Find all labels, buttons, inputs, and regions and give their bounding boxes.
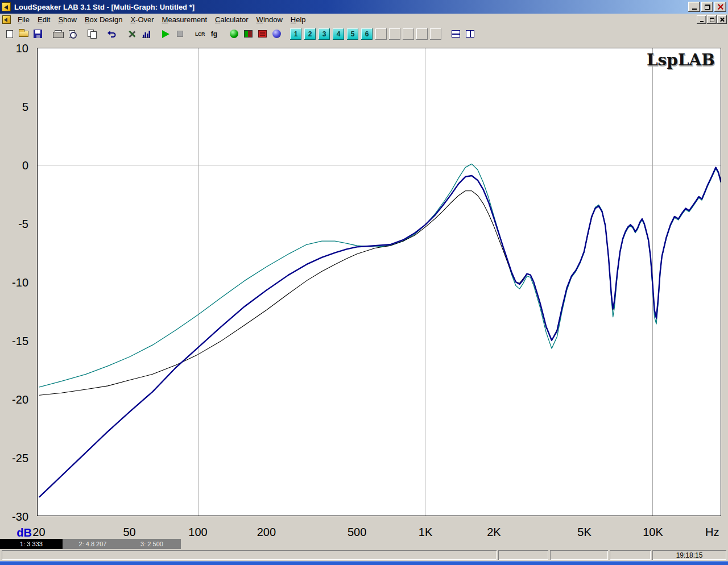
graph-button-1[interactable]: 1 — [290, 28, 301, 40]
menu-x-over[interactable]: X-Over — [126, 14, 158, 25]
chart-panel: LspLAB dB Hz 20501002005001K2K5K10K1050-… — [0, 42, 728, 539]
title-bar: LoudSpeaker LAB 3.1 Std - [Multi-Graph: … — [0, 0, 728, 14]
menu-bar: File Edit Show Box Design X-Over Measure… — [0, 14, 728, 26]
fg-button[interactable]: fg — [208, 27, 221, 40]
y-tick-label: 10 — [0, 42, 32, 55]
menu-window[interactable]: Window — [253, 14, 287, 25]
print-preview-icon — [69, 30, 75, 38]
x-tick-label: 500 — [348, 526, 366, 538]
analysis-button[interactable] — [139, 27, 152, 40]
menu-edit[interactable]: Edit — [34, 14, 54, 25]
mdi-minimize-button[interactable] — [697, 15, 706, 24]
disabled-button — [416, 28, 428, 40]
toolbar: LCR fg 1 2 3 4 5 6 — [0, 26, 728, 42]
minimize-icon — [700, 21, 704, 22]
green-sphere-button[interactable] — [228, 27, 241, 40]
y-tick-label: 0 — [0, 159, 32, 172]
x-tick-label: 1K — [419, 526, 432, 538]
minimize-button[interactable] — [688, 2, 700, 12]
y-tick-label: -5 — [0, 218, 32, 230]
graph-button-2[interactable]: 2 — [304, 28, 316, 40]
menu-box-design[interactable]: Box Design — [81, 14, 126, 25]
lcr-icon: LCR — [195, 31, 205, 37]
picture-button[interactable] — [242, 27, 255, 40]
restore-icon — [710, 18, 714, 22]
curve-readout-bar: 1: 3 333 2: 4.8 207 3: 2 500 — [0, 539, 728, 549]
save-button[interactable] — [31, 27, 44, 40]
menu-show[interactable]: Show — [54, 14, 81, 25]
play-button[interactable] — [159, 27, 172, 40]
close-icon — [717, 3, 724, 10]
tile-horizontal-button[interactable] — [449, 28, 462, 40]
tile-vertical-button[interactable] — [464, 28, 477, 40]
curve-readout-1[interactable]: 1: 3 333 — [0, 539, 63, 549]
y-tick-label: -25 — [0, 452, 32, 464]
print-button[interactable] — [51, 27, 64, 40]
restore-icon — [705, 5, 710, 10]
x-tick-label: 50 — [123, 526, 135, 538]
fg-icon: fg — [211, 30, 217, 38]
status-panel — [610, 550, 651, 560]
menu-measurement[interactable]: Measurement — [158, 14, 212, 25]
stop-button[interactable] — [173, 27, 187, 40]
frequency-response-chart — [38, 48, 721, 516]
lcr-button[interactable]: LCR — [193, 27, 206, 40]
document-icon[interactable] — [2, 15, 11, 24]
close-icon — [719, 17, 725, 22]
graph-button-3[interactable]: 3 — [318, 28, 330, 40]
green-sphere-icon — [230, 30, 238, 38]
status-panel — [2, 550, 497, 560]
red-tool-icon — [258, 30, 267, 38]
x-tick-label: 200 — [257, 526, 276, 538]
curve-3 — [39, 168, 721, 396]
mdi-close-button[interactable] — [717, 15, 727, 24]
mdi-restore-button[interactable] — [707, 15, 717, 24]
x-tick-label: 20 — [32, 526, 45, 538]
disabled-button — [430, 28, 441, 40]
close-button[interactable] — [714, 2, 726, 12]
open-folder-icon — [19, 31, 28, 37]
disabled-button — [403, 28, 414, 40]
new-document-icon — [6, 30, 13, 38]
undo-button[interactable] — [105, 27, 118, 40]
menu-file[interactable]: File — [14, 14, 34, 25]
minimize-icon — [692, 9, 697, 10]
menu-help[interactable]: Help — [287, 14, 310, 25]
open-button[interactable] — [17, 27, 30, 40]
graph-button-6[interactable]: 6 — [361, 28, 373, 40]
stop-icon — [177, 31, 183, 37]
globe-button[interactable] — [270, 27, 283, 40]
tools-icon — [127, 30, 136, 39]
plot-area[interactable]: LspLAB — [37, 48, 721, 516]
new-button[interactable] — [3, 27, 16, 40]
red-tool-button[interactable] — [256, 27, 269, 40]
tile-vertical-icon — [466, 30, 474, 38]
y-tick-label: 5 — [0, 101, 32, 113]
graph-button-5[interactable]: 5 — [347, 28, 358, 40]
tools-button[interactable] — [125, 27, 138, 40]
copy-button[interactable] — [85, 27, 98, 40]
clock: 19:18:15 — [652, 550, 726, 560]
graph-button-4[interactable]: 4 — [333, 28, 344, 40]
restore-button[interactable] — [701, 2, 713, 12]
window-title: LoudSpeaker LAB 3.1 Std - [Multi-Graph: … — [13, 3, 686, 11]
curve-readout-2[interactable]: 2: 4.8 207 — [63, 539, 123, 549]
curve-2 — [39, 164, 721, 387]
app-icon[interactable] — [2, 2, 11, 11]
y-tick-label: -30 — [0, 510, 32, 523]
menu-calculator[interactable]: Calculator — [211, 14, 253, 25]
tile-horizontal-icon — [452, 30, 460, 38]
curve-readout-3[interactable]: 3: 2 500 — [123, 539, 181, 549]
x-tick-label: 10K — [643, 526, 663, 538]
print-preview-button[interactable] — [65, 27, 78, 40]
bar-graph-icon — [142, 30, 151, 39]
save-icon — [34, 30, 42, 38]
curve-1 — [39, 168, 721, 497]
x-tick-label: 100 — [188, 526, 207, 538]
globe-icon — [272, 30, 281, 38]
picture-icon — [244, 30, 253, 38]
x-tick-label: 2K — [487, 526, 500, 538]
watermark: LspLAB — [647, 51, 715, 69]
x-axis-unit-label: Hz — [705, 526, 719, 538]
y-axis-unit-label: dB — [8, 526, 32, 539]
